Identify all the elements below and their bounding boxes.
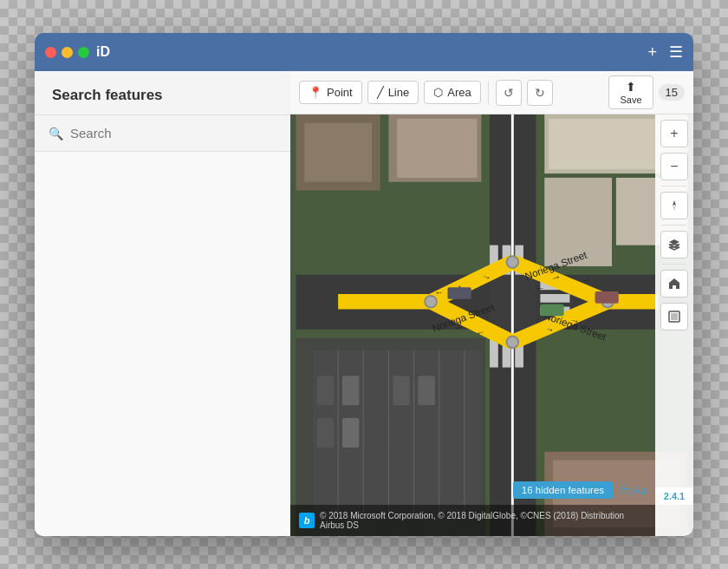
- line-button[interactable]: ╱ Line: [367, 81, 419, 104]
- version-text: 2.4.1: [664, 491, 685, 501]
- data-icon: [667, 310, 681, 324]
- redo-button[interactable]: ↻: [527, 80, 553, 106]
- bing-logo: b: [299, 513, 315, 528]
- svg-marker-60: [673, 200, 676, 206]
- svg-rect-59: [540, 304, 563, 317]
- undo-button[interactable]: ↺: [496, 80, 522, 106]
- svg-rect-57: [447, 287, 471, 299]
- app-window: iD + ☰ Search features 🔍 📍 Point: [35, 33, 693, 536]
- svg-rect-23: [393, 376, 409, 405]
- svg-rect-7: [397, 119, 477, 178]
- svg-marker-61: [673, 206, 676, 211]
- layers-button[interactable]: [660, 231, 688, 258]
- controls-divider-3: [662, 264, 686, 265]
- map-area[interactable]: 📍 Point ╱ Line ⬡ Area ↺ ↻ ⬆ Save: [290, 71, 693, 536]
- svg-rect-5: [304, 123, 372, 182]
- point-button[interactable]: 📍 Point: [299, 81, 362, 104]
- svg-rect-58: [595, 291, 619, 304]
- line-label: Line: [388, 86, 410, 99]
- point-label: Point: [327, 86, 353, 99]
- bing-letter: b: [304, 515, 310, 526]
- close-button[interactable]: [45, 47, 56, 58]
- area-label: Area: [447, 86, 471, 99]
- svg-rect-24: [418, 376, 434, 405]
- point-icon: 📍: [309, 86, 322, 99]
- svg-marker-64: [669, 247, 679, 250]
- home-button[interactable]: [660, 270, 688, 298]
- svg-point-50: [425, 296, 437, 308]
- controls-divider-1: [662, 186, 686, 186]
- sidebar: Search features 🔍: [35, 71, 290, 536]
- minimize-button[interactable]: [62, 47, 73, 58]
- sidebar-results: [35, 152, 290, 536]
- svg-rect-25: [317, 418, 334, 448]
- attribution-text: © 2018 Microsoft Corporation, © 2018 Dig…: [320, 511, 647, 530]
- svg-rect-34: [540, 294, 569, 303]
- sidebar-title: Search features: [35, 71, 290, 115]
- titlebar-actions: + ☰: [647, 43, 683, 62]
- save-button[interactable]: ⬆ Save: [608, 75, 653, 109]
- version-area: 2.4.1: [655, 487, 693, 505]
- katakana-icon: 米: [620, 482, 631, 498]
- svg-text:←: ←: [434, 287, 444, 298]
- svg-marker-62: [669, 239, 679, 245]
- area-button[interactable]: ⬡ Area: [424, 81, 480, 104]
- titlebar: iD + ☰: [35, 33, 693, 71]
- svg-rect-22: [367, 376, 384, 405]
- add-button[interactable]: +: [647, 43, 657, 62]
- changes-count: 15: [659, 84, 685, 101]
- main-content: Search features 🔍 📍 Point ╱ Line ⬡: [35, 71, 693, 536]
- compass-button[interactable]: [660, 192, 688, 219]
- svg-rect-26: [342, 418, 359, 448]
- search-input[interactable]: [70, 126, 276, 141]
- save-icon: ⬆: [626, 80, 636, 94]
- svg-point-52: [507, 256, 519, 268]
- language-icons[interactable]: 米 Aa: [620, 482, 647, 498]
- menu-button[interactable]: ☰: [669, 43, 683, 62]
- layers-icon: [667, 238, 681, 252]
- search-container: 🔍: [35, 115, 290, 152]
- line-icon: ╱: [377, 86, 384, 99]
- data-button[interactable]: [660, 303, 688, 330]
- svg-point-53: [507, 337, 519, 349]
- bottom-lang-area: 16 hidden features 米 Aa: [290, 475, 655, 505]
- svg-rect-21: [342, 376, 359, 405]
- map-svg: → ← → ← ← → → → ← ←: [290, 114, 693, 536]
- map-content: → ← → ← ← → → → ← ←: [290, 114, 693, 536]
- svg-rect-20: [317, 376, 334, 405]
- aerial-map[interactable]: → ← → ← ← → → → ← ←: [290, 114, 693, 536]
- hidden-features-badge[interactable]: 16 hidden features: [513, 481, 613, 499]
- latin-icon: Aa: [633, 484, 647, 497]
- toolbar-divider-1: [488, 81, 489, 105]
- zoom-in-button[interactable]: +: [660, 120, 688, 147]
- compass-icon: [667, 199, 681, 213]
- zoom-out-button[interactable]: −: [660, 153, 688, 180]
- map-attribution-bar: b © 2018 Microsoft Corporation, © 2018 D…: [290, 505, 655, 536]
- map-controls: + −: [655, 114, 693, 536]
- traffic-lights: [45, 47, 89, 58]
- home-icon: [667, 277, 681, 291]
- area-icon: ⬡: [433, 86, 443, 99]
- controls-divider-2: [662, 225, 686, 226]
- app-logo: iD: [96, 44, 110, 60]
- save-label: Save: [620, 95, 641, 105]
- maximize-button[interactable]: [78, 47, 89, 58]
- svg-text:←: ←: [536, 283, 545, 293]
- svg-rect-66: [671, 313, 678, 320]
- search-icon: 🔍: [49, 127, 63, 141]
- map-toolbar: 📍 Point ╱ Line ⬡ Area ↺ ↻ ⬆ Save: [290, 71, 693, 114]
- svg-rect-27: [367, 418, 384, 448]
